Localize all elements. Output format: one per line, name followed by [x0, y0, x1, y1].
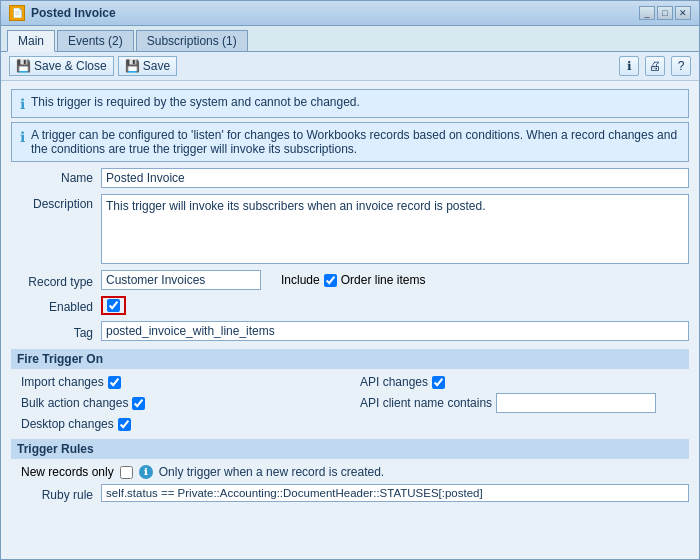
enabled-row: Enabled [11, 296, 689, 315]
bulk-action-checkbox[interactable] [132, 397, 145, 410]
enabled-label: Enabled [11, 297, 101, 314]
name-label: Name [11, 168, 101, 185]
description-textarea[interactable]: This trigger will invoke its subscribers… [101, 194, 689, 264]
info-button[interactable]: ℹ [619, 56, 639, 76]
desktop-changes-row: Desktop changes [21, 417, 350, 431]
save-close-label: Save & Close [34, 59, 107, 73]
info-box-2: ℹ A trigger can be configured to 'listen… [11, 122, 689, 162]
save-close-button[interactable]: 💾 Save & Close [9, 56, 114, 76]
trigger-rules-header: Trigger Rules [11, 439, 689, 459]
toolbar: 💾 Save & Close 💾 Save ℹ 🖨 ? [1, 52, 699, 81]
main-content: ℹ This trigger is required by the system… [1, 81, 699, 559]
save-button[interactable]: 💾 Save [118, 56, 177, 76]
maximize-button[interactable]: □ [657, 6, 673, 20]
import-changes-row: Import changes [21, 375, 350, 389]
enabled-highlight [101, 296, 126, 315]
toolbar-right: ℹ 🖨 ? [619, 56, 691, 76]
save-label: Save [143, 59, 170, 73]
enabled-checkbox[interactable] [107, 299, 120, 312]
title-bar-left: 📄 Posted Invoice [9, 5, 116, 21]
minimize-button[interactable]: _ [639, 6, 655, 20]
print-button[interactable]: 🖨 [645, 56, 665, 76]
name-row: Name [11, 168, 689, 188]
new-records-hint: Only trigger when a new record is create… [159, 465, 384, 479]
new-records-checkbox[interactable] [120, 466, 133, 479]
order-line-items-checkbox[interactable] [324, 274, 337, 287]
help-button[interactable]: ? [671, 56, 691, 76]
desktop-changes-label: Desktop changes [21, 417, 114, 431]
fire-trigger-grid: Import changes API changes Bulk action c… [11, 375, 689, 431]
tag-label: Tag [11, 323, 101, 340]
close-button[interactable]: ✕ [675, 6, 691, 20]
api-changes-checkbox[interactable] [432, 376, 445, 389]
api-changes-row: API changes [360, 375, 689, 389]
toolbar-left: 💾 Save & Close 💾 Save [9, 56, 177, 76]
tag-row: Tag [11, 321, 689, 341]
window-icon: 📄 [9, 5, 25, 21]
tab-events[interactable]: Events (2) [57, 30, 134, 51]
record-type-label: Record type [11, 272, 101, 289]
form-section: Name Description This trigger will invok… [11, 168, 689, 341]
desktop-changes-checkbox[interactable] [118, 418, 131, 431]
title-bar: 📄 Posted Invoice _ □ ✕ [1, 1, 699, 26]
ruby-rule-input[interactable] [101, 484, 689, 502]
save-icon: 💾 [125, 59, 140, 73]
info-box-1: ℹ This trigger is required by the system… [11, 89, 689, 118]
tag-input[interactable] [101, 321, 689, 341]
bulk-action-label: Bulk action changes [21, 396, 128, 410]
description-label: Description [11, 194, 101, 211]
api-client-label: API client name contains [360, 396, 492, 410]
window: 📄 Posted Invoice _ □ ✕ Main Events (2) S… [0, 0, 700, 560]
record-type-row: Record type Customer Invoices Include Or… [11, 270, 689, 290]
save-close-icon: 💾 [16, 59, 31, 73]
import-changes-checkbox[interactable] [108, 376, 121, 389]
description-row: Description This trigger will invoke its… [11, 194, 689, 264]
tab-bar: Main Events (2) Subscriptions (1) [1, 26, 699, 52]
info-text-2: A trigger can be configured to 'listen' … [31, 128, 680, 156]
new-records-row: New records only ℹ Only trigger when a n… [11, 465, 689, 479]
record-type-select-wrapper: Customer Invoices [101, 270, 261, 290]
tab-subscriptions[interactable]: Subscriptions (1) [136, 30, 248, 51]
include-label: Include [281, 273, 320, 287]
info-icon-2: ℹ [20, 129, 25, 145]
name-input[interactable] [101, 168, 689, 188]
info-text-1: This trigger is required by the system a… [31, 95, 360, 109]
tab-main[interactable]: Main [7, 30, 55, 52]
fire-trigger-header: Fire Trigger On [11, 349, 689, 369]
new-records-label: New records only [21, 465, 114, 479]
api-changes-label: API changes [360, 375, 428, 389]
order-line-items-label: Order line items [341, 273, 426, 287]
ruby-rule-row: Ruby rule [11, 484, 689, 502]
title-controls: _ □ ✕ [639, 6, 691, 20]
info-icon-1: ℹ [20, 96, 25, 112]
api-client-row: API client name contains [360, 393, 689, 413]
trigger-rules-section: New records only ℹ Only trigger when a n… [11, 465, 689, 502]
include-section: Include Order line items [281, 273, 425, 287]
import-changes-label: Import changes [21, 375, 104, 389]
bulk-action-row: Bulk action changes [21, 393, 350, 413]
api-client-input[interactable] [496, 393, 656, 413]
window-title: Posted Invoice [31, 6, 116, 20]
new-records-info-icon: ℹ [139, 465, 153, 479]
ruby-rule-label: Ruby rule [11, 485, 101, 502]
record-type-select[interactable]: Customer Invoices [101, 270, 261, 290]
